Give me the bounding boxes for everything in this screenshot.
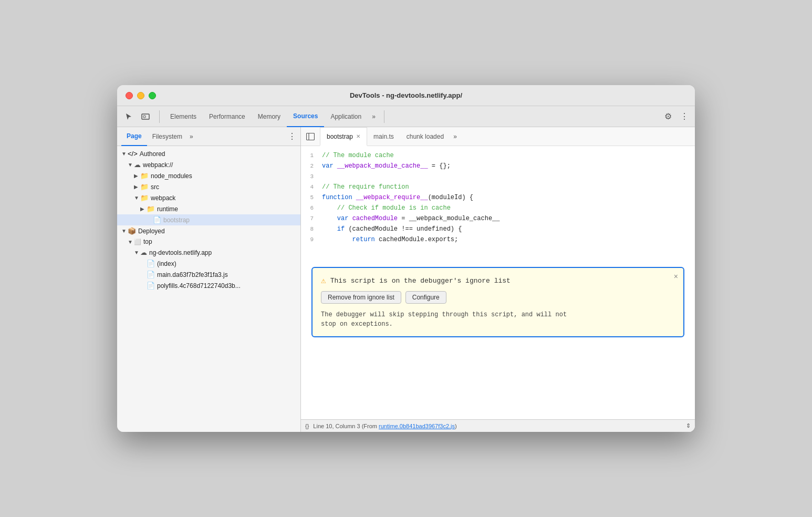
warning-icon: ⚠ (321, 275, 326, 286)
folder-icon-runtime: 📁 (147, 205, 155, 213)
cursor-icon[interactable] (121, 109, 136, 124)
tooltip-header: ⚠ This script is on the debugger's ignor… (321, 275, 675, 286)
node-modules-label: node_modules (151, 172, 192, 180)
tree-arrow-webpack-url: ▼ (128, 162, 134, 168)
close-button[interactable] (126, 92, 133, 99)
svg-rect-1 (143, 116, 145, 118)
tree-main-js[interactable]: ▶ 📄 main.da63f7b2fe3f1fa3.js (117, 269, 300, 280)
status-curly-icon[interactable]: {} (305, 423, 309, 429)
tree-arrow-runtime: ▶ (140, 206, 147, 212)
tooltip-description: The debugger will skip stepping through … (321, 310, 675, 329)
main-js-label: main.da63f7b2fe3f1fa3.js (157, 271, 228, 278)
editor-tab-chunk-loaded-label: chunk loaded (407, 133, 444, 140)
tab-page[interactable]: Page (121, 127, 147, 146)
tree-arrow-webpack: ▼ (134, 195, 140, 201)
tab-elements[interactable]: Elements (164, 106, 203, 127)
editor-tab-bootstrap[interactable]: bootstrap ✕ (320, 127, 367, 146)
sidebar-toggle-button[interactable] (303, 129, 318, 144)
runtime-label: runtime (157, 205, 178, 213)
tree-arrow-authored: ▼ (121, 151, 128, 157)
tree-section-authored[interactable]: ▼ </> Authored (117, 148, 300, 159)
tree-runtime[interactable]: ▶ 📁 runtime (117, 203, 300, 214)
tree-ng-devtools[interactable]: ▼ ☁ ng-devtools.netlify.app (117, 247, 300, 258)
file-icon-bootstrap: 📄 (153, 216, 161, 224)
more-options-icon[interactable]: ⋮ (678, 109, 691, 123)
main-area: Page Filesystem » ⋮ ▼ </> Authored ▼ (117, 127, 695, 432)
editor-tab-bootstrap-label: bootstrap (327, 133, 353, 140)
cloud-icon: ☁ (134, 161, 141, 169)
tab-sources[interactable]: Sources (287, 106, 324, 127)
tab-bar-separator-right (384, 110, 384, 123)
tab-bar: Elements Performance Memory Sources Appl… (117, 106, 695, 127)
tab-performance[interactable]: Performance (203, 106, 252, 127)
status-bar: {} Line 10, Column 3 (From runtime.0b841… (301, 419, 695, 432)
tab-filesystem[interactable]: Filesystem (147, 127, 188, 146)
sub-tabs-more[interactable]: » (188, 133, 195, 140)
tree-top[interactable]: ▼ ⬜ top (117, 236, 300, 247)
ng-devtools-label: ng-devtools.netlify.app (149, 249, 212, 256)
device-icon[interactable] (138, 109, 153, 124)
bootstrap-label: bootstrap (163, 216, 190, 224)
tooltip-title: This script is on the debugger's ignore … (330, 277, 511, 285)
code-line-6: 6 // Check if module is in cache (301, 203, 695, 213)
tree-bootstrap[interactable]: ▶ 📄 bootstrap (117, 214, 300, 225)
minimize-button[interactable] (137, 92, 144, 99)
status-scroll-icon[interactable]: ⇕ (686, 422, 691, 429)
index-label: (index) (157, 260, 176, 267)
src-label: src (151, 183, 159, 191)
settings-icon[interactable]: ⚙ (662, 109, 674, 123)
configure-button[interactable]: Configure (405, 291, 446, 304)
tab-bar-right: ⚙ ⋮ (662, 109, 691, 123)
deployed-icon: 📦 (128, 227, 136, 235)
file-icon-main-js: 📄 (147, 271, 155, 278)
sub-tab-options[interactable]: ⋮ (288, 131, 296, 141)
code-line-1: 1 // The module cache (301, 150, 695, 161)
ignore-list-tooltip: × ⚠ This script is on the debugger's ign… (311, 267, 684, 337)
tabs-more-button[interactable]: » (368, 113, 380, 120)
status-position: Line 10, Column 3 (From runtime.0b841bad… (313, 423, 456, 429)
tree-polyfills-js[interactable]: ▶ 📄 polyfills.4c768d7122740d3b... (117, 280, 300, 291)
right-panel: bootstrap ✕ main.ts chunk loaded » 1 // … (301, 127, 695, 432)
editor-tab-main-ts-label: main.ts (373, 133, 394, 140)
folder-icon-webpack: 📁 (140, 194, 149, 202)
svg-rect-2 (307, 133, 315, 140)
tree-index[interactable]: ▶ 📄 (index) (117, 258, 300, 269)
tree-arrow-src: ▶ (134, 184, 140, 190)
editor-tab-chunk-loaded[interactable]: chunk loaded (400, 127, 450, 146)
tree-arrow-deployed: ▼ (121, 228, 128, 234)
tree-node-modules[interactable]: ▶ 📁 node_modules (117, 170, 300, 181)
cloud-icon-ng: ☁ (140, 249, 147, 256)
code-line-3: 3 (301, 171, 695, 182)
sub-tab-bar: Page Filesystem » ⋮ (117, 127, 300, 146)
tree-webpack-url[interactable]: ▼ ☁ webpack:// (117, 159, 300, 170)
tree-arrow-node-modules: ▶ (134, 173, 140, 179)
status-runtime-link[interactable]: runtime.0b841bad3967f3c2.js (379, 423, 455, 429)
tooltip-close-button[interactable]: × (674, 272, 678, 281)
code-editor[interactable]: 1 // The module cache 2 var __webpack_mo… (301, 146, 695, 419)
tree-src[interactable]: ▶ 📁 src (117, 181, 300, 192)
tab-memory[interactable]: Memory (252, 106, 287, 127)
traffic-lights (126, 92, 156, 99)
tree-webpack[interactable]: ▼ 📁 webpack (117, 192, 300, 203)
editor-tabs-more[interactable]: » (450, 133, 460, 140)
left-panel: Page Filesystem » ⋮ ▼ </> Authored ▼ (117, 127, 301, 432)
authored-icon: </> (128, 150, 138, 158)
file-tree: ▼ </> Authored ▼ ☁ webpack:// ▶ 📁 node_m… (117, 146, 300, 293)
tree-section-deployed[interactable]: ▼ 📦 Deployed (117, 225, 300, 236)
editor-tab-bootstrap-close[interactable]: ✕ (356, 133, 360, 139)
devtools-window: DevTools - ng-devtools.netlify.app/ Elem… (117, 85, 695, 432)
authored-label: Authored (140, 150, 165, 158)
editor-tab-main-ts[interactable]: main.ts (367, 127, 400, 146)
tree-arrow-ng-devtools: ▼ (134, 250, 140, 255)
file-icon-index: 📄 (147, 260, 155, 267)
tab-application[interactable]: Application (324, 106, 368, 127)
editor-tabs: bootstrap ✕ main.ts chunk loaded » (301, 127, 695, 146)
tab-bar-separator (159, 110, 160, 123)
code-line-9: 9 return cachedModule.exports; (301, 234, 695, 245)
maximize-button[interactable] (149, 92, 156, 99)
top-label: top (143, 238, 152, 245)
code-line-7: 7 var cachedModule = __webpack_module_ca… (301, 213, 695, 224)
top-icon: ⬜ (134, 239, 141, 245)
polyfills-label: polyfills.4c768d7122740d3b... (157, 282, 241, 289)
remove-from-ignore-list-button[interactable]: Remove from ignore list (321, 291, 401, 304)
